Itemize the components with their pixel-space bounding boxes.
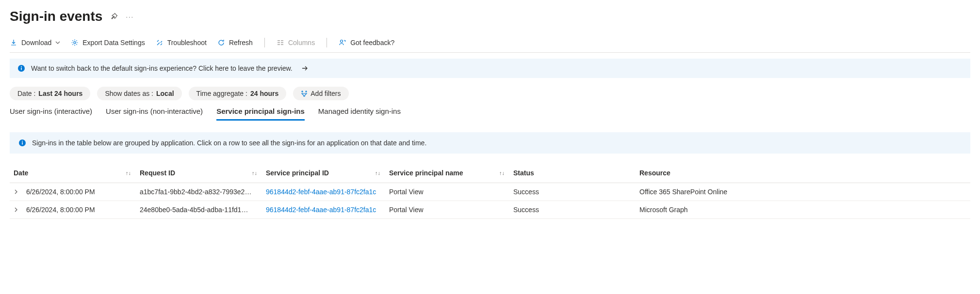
pill-label: Time aggregate : [196, 90, 247, 97]
feedback-button[interactable]: Got feedback? [339, 39, 394, 46]
tab-user-interactive[interactable]: User sign-ins (interactive) [10, 107, 92, 121]
col-sp-id[interactable]: Service principal ID↑↓ [262, 164, 385, 183]
troubleshoot-label: Troubleshoot [167, 39, 207, 46]
cell-date: 6/26/2024, 8:00:00 PM [26, 188, 95, 196]
add-filter-button[interactable]: Add filters [293, 87, 348, 100]
feedback-icon [339, 39, 346, 46]
add-filter-label: Add filters [310, 90, 341, 97]
pin-icon[interactable] [110, 13, 118, 20]
more-icon[interactable]: ··· [126, 13, 134, 20]
page-header: Sign-in events ··· [10, 9, 970, 24]
filter-icon [301, 90, 308, 97]
svg-point-7 [22, 141, 23, 142]
download-button[interactable]: Download [10, 39, 60, 46]
cell-request-id: 24e80be0-5ada-4b5d-adba-11fd1… [136, 201, 262, 219]
cell-date: 6/26/2024, 8:00:00 PM [26, 206, 95, 214]
pill-value: Local [156, 90, 174, 97]
col-resource[interactable]: Resource [636, 164, 970, 183]
chevron-right-icon[interactable] [14, 207, 22, 212]
sort-icon: ↑↓ [252, 170, 257, 176]
cell-request-id: a1bc7fa1-9bb2-4bd2-a832-7993e2… [136, 183, 262, 201]
filter-pill-date[interactable]: Date : Last 24 hours [10, 87, 90, 100]
pill-value: 24 hours [250, 90, 278, 97]
cell-sp-name: Portal View [385, 183, 509, 201]
columns-button: Columns [277, 39, 315, 46]
table-info-text: Sign-ins in the table below are grouped … [32, 139, 426, 147]
table-info-banner: Sign-ins in the table below are grouped … [10, 132, 970, 154]
info-icon [17, 64, 25, 72]
table-row[interactable]: 6/26/2024, 8:00:00 PM 24e80be0-5ada-4b5d… [10, 201, 970, 219]
troubleshoot-icon [156, 39, 163, 46]
sort-icon: ↑↓ [126, 170, 131, 176]
refresh-button[interactable]: Refresh [217, 39, 253, 46]
preview-banner[interactable]: Want to switch back to the default sign-… [10, 59, 970, 78]
export-label: Export Data Settings [82, 39, 145, 46]
filter-pill-timezone[interactable]: Show dates as : Local [97, 87, 181, 100]
cell-resource: Office 365 SharePoint Online [636, 183, 970, 201]
pill-value: Last 24 hours [38, 90, 82, 97]
refresh-icon [217, 39, 225, 46]
sort-icon: ↑↓ [499, 170, 505, 176]
cell-resource: Microsoft Graph [636, 201, 970, 219]
refresh-label: Refresh [229, 39, 253, 46]
col-sp-name[interactable]: Service principal name↑↓ [385, 164, 509, 183]
columns-icon [277, 39, 284, 46]
sort-icon: ↑↓ [375, 170, 380, 176]
tab-service-principal[interactable]: Service principal sign-ins [216, 107, 305, 121]
tab-user-noninteractive[interactable]: User sign-ins (non-interactive) [106, 107, 203, 121]
col-request-id[interactable]: Request ID↑↓ [136, 164, 262, 183]
svg-rect-6 [22, 142, 23, 145]
signins-table: Date↑↓ Request ID↑↓ Service principal ID… [10, 164, 970, 219]
download-label: Download [21, 39, 51, 46]
cell-sp-id-link[interactable]: 961844d2-febf-4aae-ab91-87fc2fa1c [266, 188, 376, 196]
gear-icon [71, 39, 79, 46]
banner-text: Want to switch back to the default sign-… [31, 64, 293, 72]
cell-sp-id-link[interactable]: 961844d2-febf-4aae-ab91-87fc2fa1c [266, 206, 376, 214]
svg-point-4 [21, 66, 22, 67]
filter-pill-aggregate[interactable]: Time aggregate : 24 hours [189, 87, 287, 100]
pill-label: Show dates as : [105, 90, 153, 97]
pill-label: Date : [17, 90, 35, 97]
troubleshoot-button[interactable]: Troubleshoot [156, 39, 207, 46]
col-status[interactable]: Status [509, 164, 636, 183]
svg-rect-3 [21, 68, 22, 70]
filter-pills: Date : Last 24 hours Show dates as : Loc… [10, 87, 970, 100]
command-bar: Download Export Data Settings Troublesho… [10, 38, 970, 53]
info-icon [18, 139, 26, 147]
feedback-label: Got feedback? [350, 39, 394, 46]
cell-sp-name: Portal View [385, 201, 509, 219]
chevron-right-icon[interactable] [14, 189, 22, 194]
tab-managed-identity[interactable]: Managed identity sign-ins [318, 107, 401, 121]
table-header-row: Date↑↓ Request ID↑↓ Service principal ID… [10, 164, 970, 183]
table-row[interactable]: 6/26/2024, 8:00:00 PM a1bc7fa1-9bb2-4bd2… [10, 183, 970, 201]
cell-status: Success [509, 183, 636, 201]
cell-status: Success [509, 201, 636, 219]
svg-point-1 [341, 40, 343, 43]
export-settings-button[interactable]: Export Data Settings [71, 39, 145, 46]
chevron-down-icon [55, 39, 60, 46]
columns-label: Columns [288, 39, 315, 46]
separator [327, 38, 327, 47]
col-date[interactable]: Date↑↓ [10, 164, 136, 183]
tabs: User sign-ins (interactive) User sign-in… [10, 107, 970, 121]
separator [264, 38, 265, 47]
download-icon [10, 39, 17, 46]
arrow-right-icon[interactable] [301, 65, 308, 72]
svg-point-0 [74, 42, 76, 44]
page-title: Sign-in events [10, 9, 102, 24]
